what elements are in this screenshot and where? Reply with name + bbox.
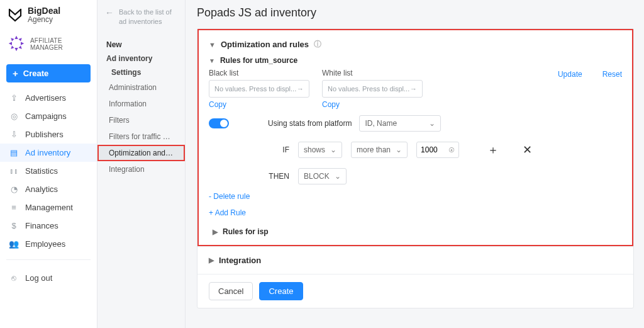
nav-campaigns[interactable]: ◎ Campaigns [0, 107, 97, 125]
rules-isp-text: Rules for isp [223, 227, 269, 236]
upload-icon: ⇪ [9, 93, 19, 103]
blacklist-copy[interactable]: Copy [209, 100, 309, 109]
select-value: BLOCK [304, 172, 330, 181]
main-content: Popads JS ad inventory ▼ Optimization an… [186, 0, 644, 328]
management-icon: ≡ [9, 203, 19, 212]
nav-management[interactable]: ≡ Management [0, 198, 97, 217]
svg-marker-3 [9, 42, 12, 45]
content-card: ▼ Optimization and rules ⓘ ▼ Rules for u… [197, 28, 634, 308]
integration-text: Integration [219, 256, 261, 265]
caret-down-icon: ▼ [209, 57, 215, 64]
nav-ad-inventory[interactable]: ▤ Ad inventory [0, 144, 97, 162]
brand-logo-icon [8, 7, 23, 24]
value-input[interactable]: ⦿ [416, 142, 459, 158]
select-value: more than [357, 145, 391, 154]
list-actions: Update Reset [558, 69, 622, 79]
ctx-optimization[interactable]: Optimization and rules [97, 145, 185, 161]
highlight-box: ▼ Optimization and rules ⓘ ▼ Rules for u… [197, 29, 633, 246]
back-link[interactable]: ← Back to the list of ad inventories [97, 4, 185, 35]
arrow-right-icon: → [410, 85, 417, 93]
section-title-text: Optimization and rules [221, 40, 309, 49]
logout-nav: ⎋ Log out [0, 268, 97, 288]
nav-label: Campaigns [25, 111, 67, 121]
create-label: Create [23, 69, 48, 78]
stepper-icon: ⦿ [448, 147, 455, 154]
chevron-down-icon: ⌄ [429, 119, 435, 128]
then-row: THEN BLOCK ⌄ [264, 168, 622, 184]
svg-marker-6 [11, 45, 14, 48]
section-settings: Settings [97, 65, 185, 79]
ctx-information[interactable]: Information [97, 96, 185, 112]
nav-label: Analytics [25, 184, 58, 194]
create-submit-button[interactable]: Create [259, 282, 303, 300]
nav-label: Log out [25, 273, 52, 283]
brand-title: BigDeal [28, 6, 60, 16]
caret-down-icon: ▼ [209, 41, 216, 48]
nav-advertisers[interactable]: ⇪ Advertisers [0, 89, 97, 107]
brand-sub: Agency [28, 16, 60, 24]
affiliate-label: AFFILIATE MANAGER [30, 37, 89, 51]
left-sidebar: BigDeal Agency [0, 0, 97, 328]
operator-select[interactable]: more than ⌄ [351, 142, 408, 158]
people-icon: 👥 [9, 239, 19, 249]
nav-statistics[interactable]: ⫾⫾ Statistics [0, 162, 97, 180]
whitelist-label: White list [322, 69, 423, 77]
nav-label: Ad inventory [25, 148, 70, 157]
subsection-text: Rules for utm_source [220, 56, 297, 65]
rules-utm-title[interactable]: ▼ Rules for utm_source [209, 56, 622, 65]
svg-marker-5 [19, 45, 22, 48]
nav-finances[interactable]: $ Finances [0, 217, 97, 235]
inventory-icon: ▤ [9, 148, 19, 157]
whitelist-input[interactable]: No values. Press to displ... → [322, 80, 423, 98]
chevron-down-icon: ⌄ [335, 172, 341, 181]
svg-marker-1 [21, 42, 24, 45]
blacklist-label: Black list [209, 69, 309, 77]
blacklist-input[interactable]: No values. Press to displ... → [209, 80, 309, 98]
integration-row[interactable]: ▶ Integration [197, 246, 633, 274]
then-label: THEN [264, 172, 289, 181]
blacklist-col: Black list No values. Press to displ... … [209, 69, 309, 109]
nav-label: Publishers [25, 130, 64, 139]
ctx-filters-sources[interactable]: Filters for traffic sour... [97, 128, 185, 145]
create-button[interactable]: + Create [6, 64, 91, 82]
whitelist-copy[interactable]: Copy [322, 100, 423, 109]
nav-label: Advertisers [25, 93, 66, 103]
if-label: IF [264, 145, 289, 154]
select-value: ID, Name [365, 119, 397, 128]
section-new: New [97, 37, 185, 52]
rules-isp-row[interactable]: ▶ Rules for isp [209, 217, 622, 240]
action-select[interactable]: BLOCK ⌄ [298, 168, 347, 184]
add-rule-link[interactable]: + Add Rule [209, 208, 622, 217]
platform-select[interactable]: ID, Name ⌄ [359, 115, 441, 132]
stats-toggle-row: Using stats from platform ID, Name ⌄ [209, 115, 622, 132]
ctx-integration[interactable]: Integration [97, 161, 185, 178]
delete-rule-link[interactable]: - Delete rule [209, 192, 622, 201]
whitelist-col: White list No values. Press to displ... … [322, 69, 423, 109]
ctx-filters[interactable]: Filters [97, 112, 185, 128]
value-field[interactable] [421, 145, 445, 154]
metric-select[interactable]: shows ⌄ [298, 142, 342, 158]
nav-analytics[interactable]: ◔ Analytics [0, 180, 97, 198]
nav-employees[interactable]: 👥 Employees [0, 235, 97, 253]
add-condition-button[interactable]: ＋ [486, 142, 501, 157]
reset-link[interactable]: Reset [602, 70, 622, 79]
nav-label: Employees [25, 239, 65, 249]
using-stats-label: Using stats from platform [268, 119, 352, 128]
caret-right-icon: ▶ [209, 256, 214, 264]
placeholder: No values. Press to displ... [328, 85, 409, 93]
stats-toggle[interactable] [209, 118, 229, 128]
remove-condition-button[interactable]: ✕ [519, 142, 535, 157]
placeholder: No values. Press to displ... [214, 85, 296, 93]
nav-logout[interactable]: ⎋ Log out [0, 269, 97, 287]
svg-marker-7 [11, 38, 14, 41]
cancel-button[interactable]: Cancel [209, 282, 253, 300]
optimization-title[interactable]: ▼ Optimization and rules ⓘ [209, 39, 622, 50]
chevron-down-icon: ⌄ [396, 145, 402, 154]
plus-icon: + [13, 69, 18, 78]
svg-marker-4 [19, 38, 22, 41]
update-link[interactable]: Update [558, 70, 582, 79]
nav-label: Management [25, 203, 73, 212]
ctx-administration[interactable]: Administration [97, 79, 185, 96]
nav-publishers[interactable]: ⇩ Publishers [0, 125, 97, 144]
caret-right-icon: ▶ [213, 228, 218, 236]
